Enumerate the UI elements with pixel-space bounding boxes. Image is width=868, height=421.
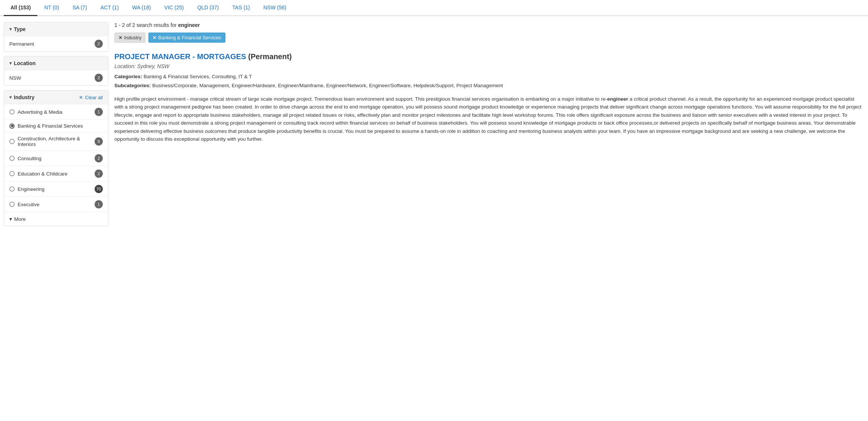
location-filter-label: Location xyxy=(14,60,36,66)
sidebar: ▾ Type Permanent 2 ▾ Location NSW 2 xyxy=(4,22,108,231)
type-filter-permanent[interactable]: Permanent 2 xyxy=(4,36,108,51)
type-filter-section: ▾ Type Permanent 2 xyxy=(4,22,108,52)
type-permanent-badge: 2 xyxy=(95,40,103,48)
tab-qld[interactable]: QLD (37) xyxy=(191,0,226,16)
consulting-badge: 2 xyxy=(95,154,103,162)
executive-badge: 1 xyxy=(95,200,103,208)
engineering-label: Engineering xyxy=(18,186,44,192)
industry-filter-banking[interactable]: Banking & Financial Services xyxy=(4,119,108,132)
industry-filter-engineering[interactable]: Engineering 70 xyxy=(4,181,108,196)
industry-tag-label: Industry xyxy=(124,35,141,40)
industry-more-button[interactable]: ▾ More xyxy=(4,212,108,226)
location-nsw-label: NSW xyxy=(9,75,21,81)
construction-radio xyxy=(9,139,15,144)
tab-tas[interactable]: TAS (1) xyxy=(225,0,256,16)
job-description: High profile project environment - manag… xyxy=(114,95,864,144)
job-subcategories: Subcategories: Business/Corporate, Manag… xyxy=(114,82,864,89)
description-before: High profile project environment - manag… xyxy=(114,96,607,102)
description-after: a critical product channel. As a result,… xyxy=(114,96,861,142)
education-radio xyxy=(9,171,15,176)
job-categories: Categories: Banking & Financial Services… xyxy=(114,73,864,80)
location-chevron-icon: ▾ xyxy=(9,61,12,66)
results-count-text: 1 - 2 of 2 search results for xyxy=(114,22,177,28)
industry-clear-all-button[interactable]: ✕ Clear all xyxy=(79,95,103,100)
tab-nt[interactable]: NT (0) xyxy=(37,0,65,16)
categories-label: Categories: xyxy=(114,74,142,79)
industry-filter-header[interactable]: ▾ Industry ✕ Clear all xyxy=(4,91,108,104)
job-title[interactable]: PROJECT MANAGER - MORTGAGES (Permanent) xyxy=(114,52,864,61)
construction-label: Construction, Architecture & Interiors xyxy=(18,136,95,147)
job-location: Location: Sydney, NSW xyxy=(114,63,864,69)
industry-filter-section: ▾ Industry ✕ Clear all Advertising & Med… xyxy=(4,90,108,226)
tab-nsw[interactable]: NSW (56) xyxy=(257,0,293,16)
industry-filter-label: Industry xyxy=(14,94,34,100)
clear-all-x-icon: ✕ xyxy=(79,95,83,100)
content-area: 1 - 2 of 2 search results for engineer ✕… xyxy=(114,22,864,231)
banking-tag-label: Banking & Financial Services xyxy=(158,35,221,40)
engineering-badge: 70 xyxy=(95,185,103,193)
job-type-text: (Permanent) xyxy=(248,52,292,61)
more-label: More xyxy=(14,216,26,222)
tab-sa[interactable]: SA (7) xyxy=(66,0,94,16)
advertising-media-radio xyxy=(9,109,15,115)
location-nsw-badge: 2 xyxy=(95,74,103,82)
active-filters: ✕ Industry ✕ Banking & Financial Service… xyxy=(114,33,864,43)
executive-label: Executive xyxy=(18,202,40,207)
filter-tag-banking[interactable]: ✕ Banking & Financial Services xyxy=(148,33,225,43)
tabs-bar: All (153)NT (0)SA (7)ACT (1)WA (18)VIC (… xyxy=(0,0,868,16)
location-filter-section: ▾ Location NSW 2 xyxy=(4,56,108,86)
location-filter-nsw[interactable]: NSW 2 xyxy=(4,70,108,85)
tab-act[interactable]: ACT (1) xyxy=(94,0,126,16)
industry-filter-construction[interactable]: Construction, Architecture & Interiors 9 xyxy=(4,132,108,150)
type-chevron-icon: ▾ xyxy=(9,27,12,32)
job-listing: PROJECT MANAGER - MORTGAGES (Permanent) … xyxy=(114,49,864,147)
search-term-text: engineer xyxy=(178,22,200,28)
consulting-label: Consulting xyxy=(18,156,41,161)
advertising-media-label: Advertising & Media xyxy=(18,109,62,115)
type-filter-header[interactable]: ▾ Type xyxy=(4,22,108,36)
search-results-info: 1 - 2 of 2 search results for engineer xyxy=(114,22,864,28)
industry-filter-consulting[interactable]: Consulting 2 xyxy=(4,150,108,166)
industry-filter-executive[interactable]: Executive 1 xyxy=(4,196,108,212)
categories-text: Banking & Financial Services, Consulting… xyxy=(144,74,252,79)
advertising-media-badge: 1 xyxy=(95,108,103,116)
education-label: Education & Childcare xyxy=(18,171,68,177)
banking-tag-x-icon: ✕ xyxy=(153,35,156,40)
more-chevron-icon: ▾ xyxy=(9,216,12,222)
construction-badge: 9 xyxy=(95,137,103,146)
consulting-radio xyxy=(9,156,15,161)
type-permanent-label: Permanent xyxy=(9,41,34,47)
industry-tag-x-icon: ✕ xyxy=(118,35,122,40)
industry-chevron-icon: ▾ xyxy=(9,95,12,100)
clear-all-label: Clear all xyxy=(85,95,103,100)
job-title-text: PROJECT MANAGER - MORTGAGES xyxy=(114,52,246,61)
industry-filter-advertising-media[interactable]: Advertising & Media 1 xyxy=(4,104,108,119)
tab-vic[interactable]: VIC (25) xyxy=(158,0,191,16)
subcategories-text: Business/Corporate, Management, Engineer… xyxy=(152,83,503,88)
banking-radio xyxy=(9,123,15,129)
industry-filter-education[interactable]: Education & Childcare 2 xyxy=(4,166,108,181)
tab-all[interactable]: All (153) xyxy=(4,0,37,16)
main-layout: ▾ Type Permanent 2 ▾ Location NSW 2 xyxy=(0,16,868,237)
executive-radio xyxy=(9,202,15,207)
tab-wa[interactable]: WA (18) xyxy=(126,0,158,16)
banking-label: Banking & Financial Services xyxy=(18,123,83,129)
filter-tag-industry[interactable]: ✕ Industry xyxy=(114,33,145,43)
engineering-radio xyxy=(9,186,15,192)
type-filter-label: Type xyxy=(14,26,26,32)
location-filter-header[interactable]: ▾ Location xyxy=(4,57,108,70)
description-highlight: engineer xyxy=(607,96,628,102)
subcategories-label: Subcategories: xyxy=(114,83,151,88)
education-badge: 2 xyxy=(95,170,103,178)
